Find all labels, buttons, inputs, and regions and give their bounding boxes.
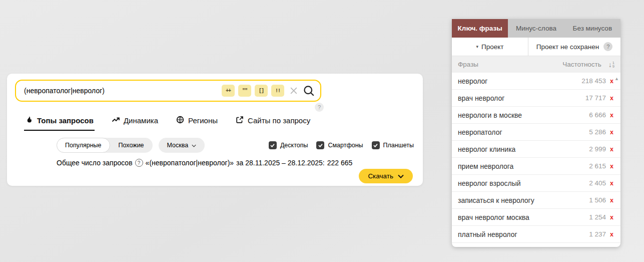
project-row: ▾ Проект Проект не сохранен ? bbox=[452, 38, 620, 56]
project-status-text: Проект не сохранен bbox=[536, 43, 599, 51]
page: (невропатолог|невролог) ++ "" [] !! ? То… bbox=[0, 0, 644, 262]
checkbox-tablets[interactable]: Планшеты bbox=[372, 141, 414, 149]
tab-label: Динамика bbox=[124, 116, 158, 125]
phrase-text: невролог клиника bbox=[458, 145, 589, 153]
scroll-up-icon[interactable]: ▲ bbox=[614, 76, 619, 81]
filters-row: Популярные Похожие Москва Десктопы bbox=[57, 138, 414, 153]
tab-dynamics[interactable]: Динамика bbox=[111, 116, 159, 131]
remove-phrase-icon[interactable]: x bbox=[610, 163, 613, 170]
project-status: Проект не сохранен ? bbox=[528, 38, 620, 56]
phrase-text: неврологи в москве bbox=[458, 111, 589, 119]
checkbox-label: Смартфоны bbox=[328, 142, 363, 149]
project-select[interactable]: ▾ Проект bbox=[452, 38, 528, 56]
view-toggle-group: Популярные Похожие bbox=[57, 138, 153, 153]
remove-phrase-icon[interactable]: x bbox=[610, 180, 613, 187]
chevron-down-icon bbox=[192, 142, 196, 149]
tab-label: Сайты по запросу bbox=[248, 116, 310, 125]
checkbox-label: Планшеты bbox=[383, 142, 414, 149]
checkbox-label: Десктопы bbox=[280, 142, 308, 149]
project-help-icon[interactable]: ? bbox=[603, 42, 612, 51]
table-row: невролог 218 453 x bbox=[452, 73, 620, 90]
table-header: Фразы Частотность ↓ 1 9 bbox=[452, 56, 620, 73]
search-help-icon[interactable]: ? bbox=[315, 103, 324, 112]
globe-icon bbox=[176, 116, 184, 125]
tab-label: Топы запросов bbox=[37, 116, 94, 125]
tab-regions[interactable]: Регионы bbox=[175, 116, 219, 131]
remove-phrase-icon[interactable]: x bbox=[610, 129, 613, 136]
phrase-text: платный невролог bbox=[458, 230, 589, 238]
checkbox-checked-icon bbox=[269, 141, 277, 149]
frequency-value: 1 237 bbox=[589, 230, 606, 238]
frequency-value: 218 453 bbox=[581, 77, 606, 85]
column-frequency-sort[interactable]: Частотность ↓ 1 9 bbox=[562, 61, 614, 68]
frequency-value: 2 999 bbox=[589, 145, 606, 153]
search-icon[interactable] bbox=[302, 84, 315, 97]
view-similar-pill[interactable]: Похожие bbox=[110, 138, 153, 153]
tab-sites-by-query[interactable]: Сайты по запросу bbox=[235, 116, 311, 131]
table-row: невропатолог 5 286 x bbox=[452, 124, 620, 141]
frequency-value: 1 506 bbox=[589, 196, 606, 204]
operator-quotes-button[interactable]: "" bbox=[238, 85, 251, 97]
operator-brackets-button[interactable]: [] bbox=[255, 85, 268, 97]
main-tabs: Топы запросов Динамика Регионы Сайты по … bbox=[24, 116, 311, 131]
frequency-value: 6 666 bbox=[589, 111, 606, 119]
total-queries-summary: Общее число запросов ? «(невропатолог|не… bbox=[57, 159, 352, 167]
frequency-value: 2 405 bbox=[589, 179, 606, 187]
download-button[interactable]: Скачать bbox=[359, 169, 413, 183]
project-select-label: Проект bbox=[481, 43, 503, 51]
phrase-text: прием невролога bbox=[458, 162, 589, 170]
checkbox-smartphones[interactable]: Смартфоны bbox=[316, 141, 363, 149]
wordstat-main-card: (невропатолог|невролог) ++ "" [] !! ? То… bbox=[7, 74, 423, 186]
operator-buttons: ++ "" [] !! bbox=[222, 85, 284, 97]
table-row: невролог клиника 2 999 x bbox=[452, 141, 620, 158]
external-link-icon bbox=[236, 116, 244, 125]
sort-icon: ↓ 1 9 bbox=[608, 61, 614, 68]
remove-phrase-icon[interactable]: x bbox=[610, 146, 613, 153]
region-label: Москва bbox=[167, 142, 189, 149]
operator-plus-button[interactable]: ++ bbox=[222, 85, 235, 97]
phrase-text: врач невролог bbox=[458, 94, 585, 102]
operator-exclamation-button[interactable]: !! bbox=[271, 85, 284, 97]
search-input[interactable]: (невропатолог|невролог) bbox=[24, 87, 218, 95]
tab-label: Регионы bbox=[188, 116, 218, 125]
table-row: врач невролог 17 717 x bbox=[452, 90, 620, 107]
device-filters: Десктопы Смартфоны Планшеты bbox=[269, 141, 414, 149]
tab-key-phrases[interactable]: Ключ. фразы bbox=[452, 19, 508, 38]
checkbox-desktops[interactable]: Десктопы bbox=[269, 141, 308, 149]
clear-icon[interactable] bbox=[289, 86, 298, 95]
remove-phrase-icon[interactable]: x bbox=[610, 78, 613, 85]
tab-minus-words[interactable]: Минус-слова bbox=[508, 19, 564, 38]
caret-down-icon: ▾ bbox=[476, 44, 479, 49]
table-row: записаться к неврологу 1 506 x bbox=[452, 192, 620, 209]
phrase-list: невролог 218 453 x врач невролог 17 717 … bbox=[452, 73, 620, 243]
frequency-value: 2 615 bbox=[589, 162, 606, 170]
tab-top-queries[interactable]: Топы запросов bbox=[24, 116, 95, 131]
frequency-value: 1 254 bbox=[589, 213, 606, 221]
download-label: Скачать bbox=[368, 172, 393, 180]
column-phrases: Фразы bbox=[458, 61, 562, 68]
table-row: невролог взрослый 2 405 x bbox=[452, 175, 620, 192]
summary-total: 222 665 bbox=[327, 159, 353, 167]
phrase-text: невролог взрослый bbox=[458, 179, 589, 187]
phrase-text: записаться к неврологу bbox=[458, 196, 589, 204]
summary-prefix: Общее число запросов bbox=[57, 159, 133, 167]
table-row: прием невролога 2 615 x bbox=[452, 158, 620, 175]
tab-without-minus[interactable]: Без минусов bbox=[564, 19, 620, 38]
phrase-text: врач невролог москва bbox=[458, 213, 589, 221]
region-select[interactable]: Москва bbox=[159, 138, 205, 153]
table-row: врач невролог москва 1 254 x bbox=[452, 209, 620, 226]
remove-phrase-icon[interactable]: x bbox=[610, 231, 613, 238]
phrase-text: невропатолог bbox=[458, 128, 589, 136]
flame-icon bbox=[25, 116, 33, 125]
view-popular-pill[interactable]: Популярные bbox=[57, 138, 110, 153]
remove-phrase-icon[interactable]: x bbox=[610, 95, 613, 102]
key-phrases-panel: Ключ. фразы Минус-слова Без минусов ▾ Пр… bbox=[452, 19, 620, 247]
remove-phrase-icon[interactable]: x bbox=[610, 214, 613, 221]
remove-phrase-icon[interactable]: x bbox=[610, 197, 613, 204]
checkbox-checked-icon bbox=[316, 141, 324, 149]
remove-phrase-icon[interactable]: x bbox=[610, 112, 613, 119]
table-row: платный невролог 1 237 x bbox=[452, 226, 620, 243]
frequency-value: 5 286 bbox=[589, 128, 606, 136]
table-row: неврологи в москве 6 666 x bbox=[452, 107, 620, 124]
summary-help-icon[interactable]: ? bbox=[135, 159, 143, 167]
